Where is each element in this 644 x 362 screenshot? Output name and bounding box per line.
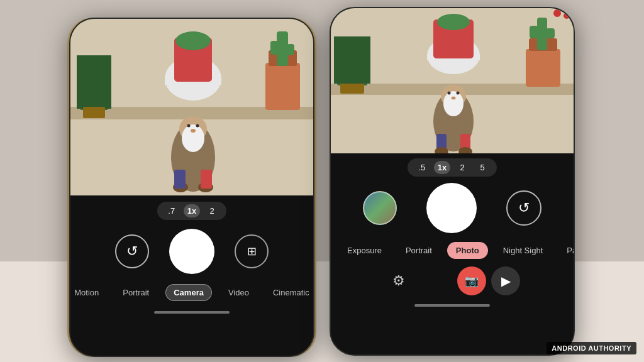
zoom-controls-left: .7 1x 2 xyxy=(157,202,226,220)
bottom-icons-right: ⚙ 📷 ▶ xyxy=(331,266,574,295)
svg-point-41 xyxy=(457,91,460,94)
svg-point-40 xyxy=(448,91,451,94)
zoom-controls-right: .5 1x 2 5 xyxy=(408,158,497,177)
viewfinder-scene-right xyxy=(331,8,574,153)
svg-rect-43 xyxy=(526,49,560,87)
phone-left: .7 1x 2 ↺ ⊞ Motion xyxy=(69,18,314,357)
svg-rect-45 xyxy=(537,18,547,50)
viewfinder-scene-left xyxy=(70,19,313,195)
gallery-thumbnail[interactable] xyxy=(363,191,397,225)
zoom-5x-right[interactable]: 5 xyxy=(474,161,491,174)
camera-ui-left: .7 1x 2 ↺ ⊞ Motion xyxy=(70,195,313,356)
svg-rect-28 xyxy=(340,84,364,94)
watermark: Android Authority xyxy=(547,342,636,354)
svg-rect-22 xyxy=(270,41,278,55)
mode-selector-left: Motion Portrait Camera Video Cinematic xyxy=(69,284,314,301)
mode-pano[interactable]: Pano xyxy=(558,242,574,259)
mode-selector-right: Exposure Portrait Photo Night Sight Pano xyxy=(331,242,574,259)
mode-photo[interactable]: Photo xyxy=(447,242,488,259)
mode-portrait-right[interactable]: Portrait xyxy=(397,242,441,259)
shutter-inner-right xyxy=(431,188,472,228)
viewfinder-right xyxy=(331,8,574,153)
svg-rect-46 xyxy=(530,26,538,38)
svg-point-48 xyxy=(553,9,561,17)
viewfinder-left xyxy=(70,19,313,195)
svg-rect-4 xyxy=(83,107,105,118)
settings-icon: ⚙ xyxy=(392,273,405,289)
svg-point-39 xyxy=(443,91,464,116)
zoom-2x-right[interactable]: 2 xyxy=(454,161,470,174)
zoom-1x-right[interactable]: 1x xyxy=(434,161,450,174)
capture-toggle: 📷 ▶ xyxy=(457,266,520,295)
video-mode-icon: ▶ xyxy=(501,273,511,288)
main-controls-right: ↺ xyxy=(331,183,574,233)
zoom-2x-left[interactable]: 2 xyxy=(204,204,220,217)
svg-point-17 xyxy=(196,124,199,128)
shutter-button-right[interactable] xyxy=(426,183,477,233)
svg-rect-19 xyxy=(265,63,300,110)
svg-point-18 xyxy=(191,129,196,133)
svg-point-16 xyxy=(187,124,191,128)
mode-portrait-left[interactable]: Portrait xyxy=(115,285,157,300)
svg-rect-13 xyxy=(174,170,186,189)
camera-mode-button[interactable]: 📷 xyxy=(457,266,486,295)
svg-rect-23 xyxy=(287,44,294,55)
flip-icon-right: ↺ xyxy=(518,200,530,216)
svg-point-49 xyxy=(564,13,570,19)
zoom-05-right[interactable]: .5 xyxy=(414,161,430,174)
shutter-inner-left xyxy=(174,233,210,270)
mode-night-sight[interactable]: Night Sight xyxy=(494,242,552,259)
mode-camera[interactable]: Camera xyxy=(165,284,212,301)
scene: .7 1x 2 ↺ ⊞ Motion xyxy=(0,0,644,362)
svg-point-10 xyxy=(175,31,211,50)
zoom-07-left[interactable]: .7 xyxy=(164,204,180,217)
svg-rect-14 xyxy=(201,170,212,189)
shutter-area-right xyxy=(426,183,477,233)
svg-point-15 xyxy=(182,124,204,152)
mode-motion[interactable]: Motion xyxy=(69,285,106,300)
mode-cinematic[interactable]: Cinematic xyxy=(265,285,314,300)
camera-ui-right: .5 1x 2 5 ↺ xyxy=(331,153,574,354)
svg-rect-47 xyxy=(546,28,555,38)
mode-video-left[interactable]: Video xyxy=(221,285,257,300)
mode-exposure[interactable]: Exposure xyxy=(338,242,391,259)
grid-button-left[interactable]: ⊞ xyxy=(235,234,269,268)
phone-right: .5 1x 2 5 ↺ xyxy=(330,7,575,356)
svg-point-42 xyxy=(452,96,456,99)
home-indicator-left xyxy=(154,311,230,314)
camera-controls-left: ↺ ⊞ xyxy=(70,229,313,274)
svg-rect-21 xyxy=(277,31,288,66)
svg-rect-27 xyxy=(334,36,370,84)
flip-camera-button-right[interactable]: ↺ xyxy=(506,190,541,226)
svg-rect-3 xyxy=(77,55,111,109)
home-indicator-right xyxy=(414,304,490,307)
zoom-1x-left[interactable]: 1x xyxy=(184,204,200,217)
grid-icon-left: ⊞ xyxy=(247,244,257,258)
flip-icon-left: ↺ xyxy=(126,243,138,260)
video-mode-button[interactable]: ▶ xyxy=(491,266,520,295)
settings-button[interactable]: ⚙ xyxy=(384,266,413,295)
shutter-button-left[interactable] xyxy=(169,229,214,274)
svg-point-34 xyxy=(437,14,470,30)
camera-mode-icon: 📷 xyxy=(465,274,479,288)
flip-camera-button-left[interactable]: ↺ xyxy=(115,234,149,268)
